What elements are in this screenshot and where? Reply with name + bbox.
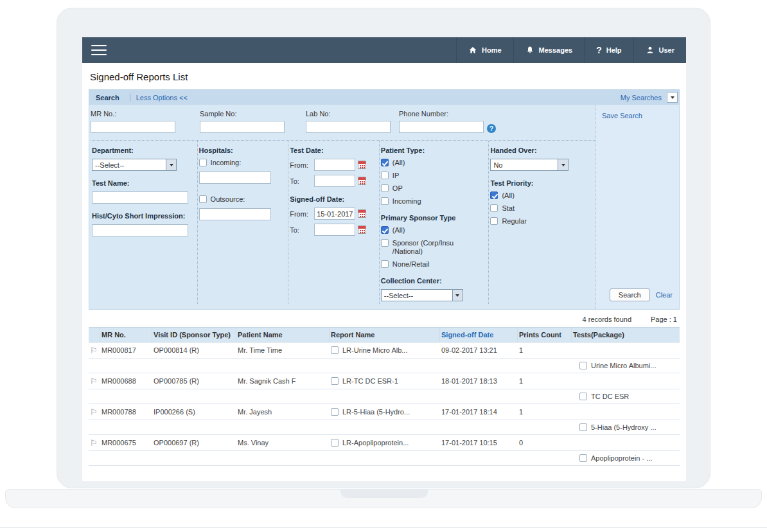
sponsor-option[interactable]: None/Retail bbox=[381, 260, 484, 269]
phone-input[interactable] bbox=[399, 121, 484, 133]
report-checkbox[interactable] bbox=[331, 408, 339, 416]
prints-count-cell: 1 bbox=[518, 377, 572, 385]
patient-type-option[interactable]: (All) bbox=[381, 159, 484, 167]
outsource-checkbox-item[interactable]: Outsource: bbox=[199, 195, 283, 204]
my-searches-dropdown[interactable] bbox=[667, 92, 678, 103]
col-prints-count[interactable]: Prints Count bbox=[518, 328, 572, 342]
calendar-icon[interactable] bbox=[358, 177, 366, 185]
incoming-checkbox-item[interactable]: Incoming: bbox=[199, 159, 283, 167]
incoming-checkbox[interactable] bbox=[199, 159, 207, 166]
flag-icon[interactable]: ⚐ bbox=[90, 408, 98, 416]
test-package-checkbox[interactable] bbox=[579, 362, 587, 369]
patient-type-option[interactable]: Incoming bbox=[381, 197, 484, 206]
calendar-icon[interactable] bbox=[358, 226, 366, 234]
test-name-input[interactable] bbox=[92, 191, 188, 204]
test-date-to-input[interactable] bbox=[314, 175, 355, 187]
report-checkbox[interactable] bbox=[331, 377, 339, 385]
search-panel-body: MR No.: Sample No: Lab No: Phone Nu bbox=[89, 105, 679, 309]
help-icon[interactable]: ? bbox=[487, 124, 496, 133]
outsource-checkbox[interactable] bbox=[199, 195, 207, 203]
nav-help[interactable]: Help bbox=[584, 37, 633, 63]
test-package-checkbox[interactable] bbox=[579, 454, 587, 462]
priority-option[interactable]: Stat bbox=[490, 204, 590, 213]
search-form: MR No.: Sample No: Lab No: Phone Nu bbox=[89, 105, 595, 309]
test-priority-label: Test Priority: bbox=[490, 179, 590, 187]
priority-all-checkbox[interactable] bbox=[490, 191, 498, 199]
primary-sponsor-label: Primary Sponsor Type bbox=[381, 214, 484, 222]
test-package-text: 5-Hiaa (5-Hydroxy ... bbox=[591, 423, 656, 431]
chevron-down-icon bbox=[452, 290, 463, 301]
sample-no-input[interactable] bbox=[200, 121, 285, 133]
lab-no-input[interactable] bbox=[306, 121, 391, 133]
nav-messages[interactable]: Messages bbox=[513, 37, 585, 63]
priority-regular-checkbox[interactable] bbox=[490, 217, 498, 225]
visit-id-cell: OP000785 (R) bbox=[152, 377, 236, 385]
visit-id-cell: OP000697 (R) bbox=[152, 439, 236, 447]
results-table-header: MR No. Visit ID (Sponsor Type) Patient N… bbox=[89, 327, 680, 342]
department-select[interactable]: --Select-- bbox=[92, 159, 177, 171]
collection-center-select[interactable]: --Select-- bbox=[381, 289, 463, 301]
search-panel-title: Search bbox=[96, 94, 119, 102]
test-package-text: Apoplipoprotein - ... bbox=[591, 454, 652, 462]
nav-home[interactable]: Home bbox=[456, 37, 513, 63]
mr-no-input[interactable] bbox=[91, 121, 175, 133]
test-package-checkbox[interactable] bbox=[579, 393, 587, 400]
less-options-toggle[interactable]: Less Options << bbox=[136, 94, 188, 102]
clear-link[interactable]: Clear bbox=[656, 291, 673, 299]
col-signed-off-date[interactable]: Signed-off Date bbox=[440, 328, 518, 342]
nav-user[interactable]: User bbox=[633, 37, 686, 63]
my-searches-link[interactable]: My Searches bbox=[621, 94, 662, 102]
patient-type-op-checkbox[interactable] bbox=[381, 184, 389, 192]
prints-count-cell: 1 bbox=[518, 408, 572, 416]
outsource-input[interactable] bbox=[199, 208, 271, 220]
patient-type-option[interactable]: IP bbox=[381, 172, 484, 180]
signed-off-date-label: Signed-off Date: bbox=[290, 195, 374, 203]
signed-off-date-cell: 09-02-2017 13:21 bbox=[440, 346, 518, 354]
search-button[interactable]: Search bbox=[610, 288, 650, 301]
signed-off-to-input[interactable] bbox=[314, 224, 355, 236]
priority-option[interactable]: (All) bbox=[490, 191, 590, 200]
test-package-checkbox[interactable] bbox=[579, 423, 587, 431]
prints-count-cell: 0 bbox=[518, 439, 572, 447]
patient-type-all-checkbox[interactable] bbox=[381, 159, 389, 166]
sponsor-corp-checkbox[interactable] bbox=[381, 239, 389, 247]
test-package-row: Apoplipoprotein - ... bbox=[89, 451, 680, 466]
flag-icon[interactable]: ⚐ bbox=[90, 439, 98, 447]
patient-type-ip-checkbox[interactable] bbox=[381, 172, 389, 179]
results-table-body: ⚐ MR000817 OP000814 (R) Mr. Time Time LR… bbox=[89, 342, 680, 466]
prints-count-cell: 1 bbox=[518, 346, 572, 354]
report-checkbox[interactable] bbox=[331, 346, 339, 354]
laptop-base-notch bbox=[340, 490, 428, 498]
priority-option[interactable]: Regular bbox=[490, 217, 590, 226]
save-search-link[interactable]: Save Search bbox=[602, 112, 673, 120]
calendar-icon[interactable] bbox=[358, 209, 366, 218]
calendar-icon[interactable] bbox=[358, 161, 366, 169]
flag-icon[interactable]: ⚐ bbox=[90, 346, 98, 355]
patient-type-option[interactable]: OP bbox=[381, 184, 484, 193]
sponsor-none-checkbox[interactable] bbox=[381, 260, 389, 268]
col-mr-no[interactable]: MR No. bbox=[100, 328, 152, 342]
test-package-cell: Urine Micro Albumi... bbox=[572, 362, 680, 369]
table-row: ⚐ MR000788 IP000266 (S) Mr. Jayesh LR-5-… bbox=[89, 404, 680, 420]
hist-cyto-label: Hist/Cyto Short Impression: bbox=[92, 212, 192, 220]
col-report-name[interactable]: Report Name bbox=[330, 328, 440, 342]
menu-icon[interactable] bbox=[91, 45, 107, 55]
report-checkbox[interactable] bbox=[331, 439, 339, 447]
report-name-cell: LR-Apoplipoprotein... bbox=[330, 439, 440, 447]
incoming-input[interactable] bbox=[199, 172, 271, 184]
patient-type-incoming-checkbox[interactable] bbox=[381, 197, 389, 205]
signed-off-from-input[interactable] bbox=[314, 208, 355, 220]
patient-name-cell: Mr. Time Time bbox=[236, 346, 330, 354]
priority-stat-checkbox[interactable] bbox=[490, 204, 498, 212]
col-visit-id[interactable]: Visit ID (Sponsor Type) bbox=[152, 328, 236, 342]
hist-cyto-input[interactable] bbox=[92, 224, 188, 236]
sponsor-option[interactable]: Sponsor (Corp/Insu /National) bbox=[381, 239, 484, 256]
sample-no-label: Sample No: bbox=[200, 110, 306, 118]
handed-over-select[interactable]: No bbox=[490, 159, 569, 171]
test-date-from-input[interactable] bbox=[314, 159, 355, 171]
flag-icon[interactable]: ⚐ bbox=[90, 377, 98, 386]
col-patient-name[interactable]: Patient Name bbox=[236, 328, 330, 342]
sponsor-option[interactable]: (All) bbox=[381, 226, 484, 235]
col-tests-package[interactable]: Tests(Package) bbox=[572, 328, 680, 342]
sponsor-all-checkbox[interactable] bbox=[381, 226, 389, 234]
